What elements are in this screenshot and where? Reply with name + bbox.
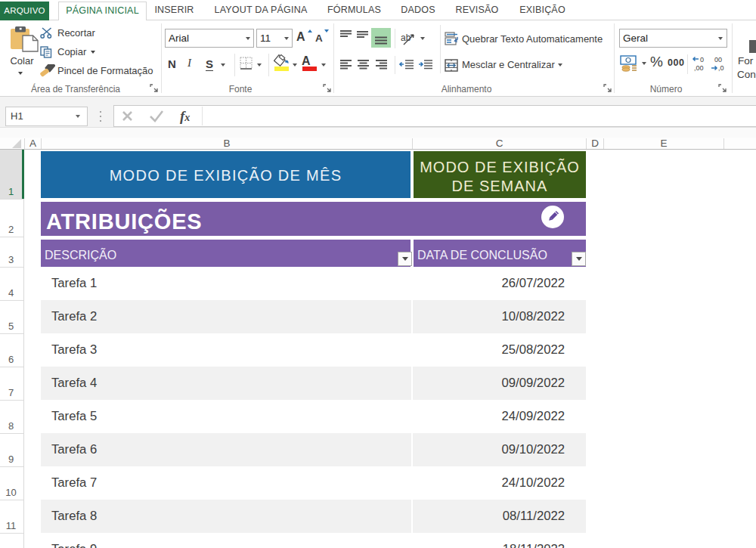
svg-text:0: 0 — [700, 56, 704, 63]
svg-text:,0: ,0 — [718, 64, 724, 72]
svg-text:ab: ab — [401, 33, 411, 43]
svg-text:00: 00 — [714, 56, 722, 63]
svg-text:,00: ,00 — [694, 64, 704, 72]
